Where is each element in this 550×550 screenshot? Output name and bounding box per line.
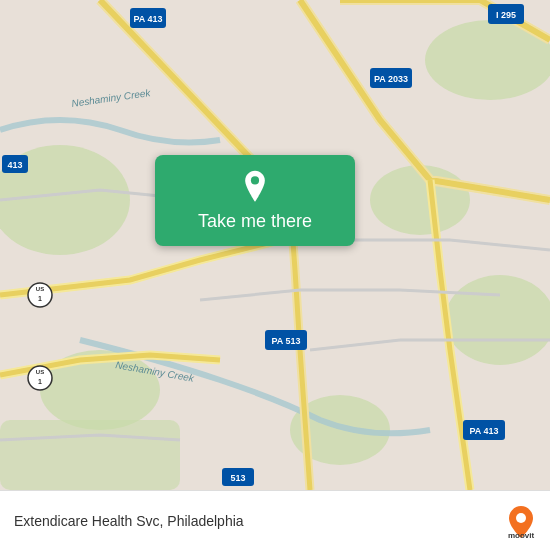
take-me-there-button[interactable]: Take me there: [155, 155, 355, 246]
cta-button-container: Take me there: [155, 155, 355, 246]
info-bar: Extendicare Health Svc, Philadelphia moo…: [0, 490, 550, 550]
svg-text:US: US: [36, 369, 44, 375]
svg-text:PA 513: PA 513: [271, 336, 300, 346]
svg-rect-7: [0, 420, 180, 490]
svg-text:413: 413: [7, 160, 22, 170]
svg-text:moovit: moovit: [508, 531, 535, 540]
svg-text:PA 2033: PA 2033: [374, 74, 408, 84]
svg-text:1: 1: [38, 378, 42, 385]
svg-text:513: 513: [230, 473, 245, 483]
moovit-icon: moovit: [506, 504, 536, 540]
place-name: Extendicare Health Svc, Philadelphia: [14, 513, 244, 529]
map-container: PA 413 PA 2033 I 295 413 US 1 US 1 PA 51…: [0, 0, 550, 490]
svg-text:US: US: [36, 286, 44, 292]
svg-text:PA 413: PA 413: [133, 14, 162, 24]
svg-point-31: [516, 513, 526, 523]
moovit-logo: moovit: [506, 504, 536, 540]
svg-text:PA 413: PA 413: [469, 426, 498, 436]
svg-text:1: 1: [38, 295, 42, 302]
svg-text:I 295: I 295: [496, 10, 516, 20]
svg-point-30: [251, 176, 259, 184]
cta-label: Take me there: [198, 211, 312, 232]
svg-point-5: [445, 275, 550, 365]
location-pin-icon: [237, 169, 273, 205]
